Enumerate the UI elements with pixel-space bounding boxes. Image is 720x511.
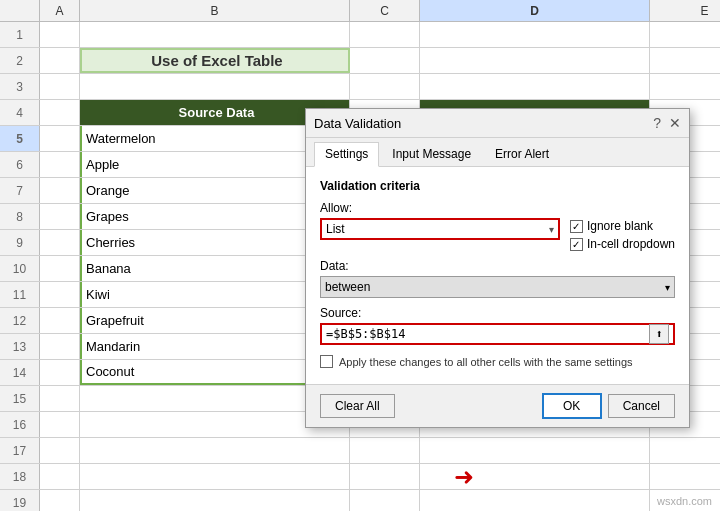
cell-b18[interactable] [80,464,350,489]
cell-a6[interactable] [40,152,80,177]
row-num-12: 12 [0,308,40,333]
cell-a18[interactable] [40,464,80,489]
ignore-blank-item: ✓ Ignore blank [570,219,675,233]
cell-a7[interactable] [40,178,80,203]
table-row: 17 [0,438,720,464]
cell-c17[interactable] [350,438,420,463]
cell-a5[interactable] [40,126,80,151]
validation-criteria-label: Validation criteria [320,179,675,193]
table-row: 1 [0,22,720,48]
row-num-13: 13 [0,334,40,359]
data-select-value: between [325,280,370,294]
ignore-blank-checkbox[interactable]: ✓ [570,220,583,233]
cell-a15[interactable] [40,386,80,411]
row-num-17: 17 [0,438,40,463]
table-row: 18 ➜ [0,464,720,490]
cell-b17[interactable] [80,438,350,463]
data-select[interactable]: between ▾ [320,276,675,298]
cell-c2[interactable] [350,48,420,73]
cell-a12[interactable] [40,308,80,333]
cell-d19[interactable] [420,490,650,511]
row-num-16: 16 [0,412,40,437]
cell-a14[interactable] [40,360,80,385]
cell-d2[interactable] [420,48,650,73]
col-header-c: C [350,0,420,21]
tab-error-alert[interactable]: Error Alert [484,142,560,166]
apply-label: Apply these changes to all other cells w… [339,356,633,368]
table-row: 3 [0,74,720,100]
allow-select-arrow-icon: ▾ [549,224,554,235]
cell-d17[interactable] [420,438,650,463]
allow-col: Allow: List ▾ [320,201,560,240]
cell-d1[interactable] [420,22,650,47]
ignore-blank-label: Ignore blank [587,219,653,233]
source-input[interactable]: =$B$5:$B$14 ⬆ [320,323,675,345]
cell-c18[interactable] [350,464,420,489]
dialog-body: Validation criteria Allow: List ▾ ✓ Igno… [306,167,689,384]
cell-e2[interactable] [650,48,720,73]
col-header-e: E [650,0,720,21]
cell-e18[interactable] [650,464,720,489]
allow-label: Allow: [320,201,560,215]
watermark: wsxdn.com [657,495,712,507]
cell-a11[interactable] [40,282,80,307]
cell-a1[interactable] [40,22,80,47]
row-num-1: 1 [0,22,40,47]
cell-e3[interactable] [650,74,720,99]
right-arrow-icon: ➜ [454,464,474,489]
cell-a2[interactable] [40,48,80,73]
row-num-18: 18 [0,464,40,489]
cancel-button[interactable]: Cancel [608,394,675,418]
close-button[interactable]: ✕ [669,115,681,131]
table-row: 2 Use of Excel Table [0,48,720,74]
cell-e17[interactable] [650,438,720,463]
source-row: Source: =$B$5:$B$14 ⬆ [320,306,675,345]
cell-a13[interactable] [40,334,80,359]
cell-c3[interactable] [350,74,420,99]
allow-row: Allow: List ▾ ✓ Ignore blank ✓ In-cell d… [320,201,675,251]
cell-a3[interactable] [40,74,80,99]
source-input-value: =$B$5:$B$14 [326,327,649,341]
footer-right: OK Cancel [542,393,675,419]
cell-b3[interactable] [80,74,350,99]
ok-button[interactable]: OK [542,393,602,419]
row-num-11: 11 [0,282,40,307]
cell-a8[interactable] [40,204,80,229]
row-num-2: 2 [0,48,40,73]
cell-title[interactable]: Use of Excel Table [80,48,350,73]
cell-a9[interactable] [40,230,80,255]
row-num-19: 19 [0,490,40,511]
cell-b19[interactable] [80,490,350,511]
cell-a4[interactable] [40,100,80,125]
source-label: Source: [320,306,675,320]
help-button[interactable]: ? [653,115,661,131]
cell-a10[interactable] [40,256,80,281]
dialog-footer: Clear All OK Cancel [306,384,689,427]
incell-dropdown-checkbox[interactable]: ✓ [570,238,583,251]
source-collapse-button[interactable]: ⬆ [649,324,669,344]
cell-d18-arrow: ➜ [420,464,650,489]
cell-a19[interactable] [40,490,80,511]
data-select-arrow-icon: ▾ [665,282,670,293]
tab-settings[interactable]: Settings [314,142,379,167]
checkbox-col: ✓ Ignore blank ✓ In-cell dropdown [570,201,675,251]
cell-a17[interactable] [40,438,80,463]
row-num-9: 9 [0,230,40,255]
col-header-a: A [40,0,80,21]
allow-select[interactable]: List ▾ [320,218,560,240]
cell-d3[interactable] [420,74,650,99]
cell-e1[interactable] [650,22,720,47]
cell-c1[interactable] [350,22,420,47]
row-num-8: 8 [0,204,40,229]
footer-left: Clear All [320,394,395,418]
apply-checkbox[interactable] [320,355,333,368]
row-num-5: 5 [0,126,40,151]
tab-input-message[interactable]: Input Message [381,142,482,166]
data-label: Data: [320,259,675,273]
row-num-6: 6 [0,152,40,177]
clear-all-button[interactable]: Clear All [320,394,395,418]
cell-c19[interactable] [350,490,420,511]
cell-b1[interactable] [80,22,350,47]
apply-row: Apply these changes to all other cells w… [320,355,675,368]
cell-a16[interactable] [40,412,80,437]
